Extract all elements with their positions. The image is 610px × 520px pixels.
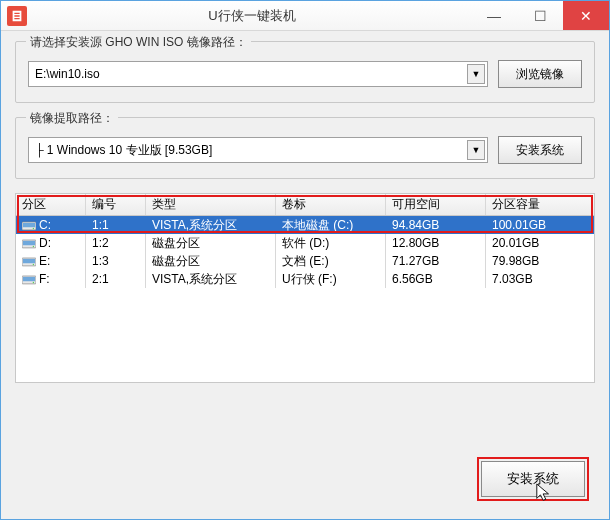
install-system-button-top[interactable]: 安装系统 bbox=[498, 136, 582, 164]
th-label[interactable]: 卷标 bbox=[276, 194, 386, 215]
window-buttons: — ☐ ✕ bbox=[471, 1, 609, 30]
app-icon bbox=[7, 6, 27, 26]
chevron-down-icon[interactable]: ▼ bbox=[467, 64, 485, 84]
window-title: U行侠一键装机 bbox=[33, 7, 471, 25]
source-path-select[interactable]: E:\win10.iso ▼ bbox=[28, 61, 488, 87]
table-row[interactable]: D:1:2磁盘分区软件 (D:)12.80GB20.01GB bbox=[16, 234, 594, 252]
image-edition-value: ├ 1 Windows 10 专业版 [9.53GB] bbox=[35, 142, 212, 159]
th-type[interactable]: 类型 bbox=[146, 194, 276, 215]
svg-rect-7 bbox=[23, 258, 35, 262]
svg-point-2 bbox=[33, 227, 34, 228]
image-edition-select[interactable]: ├ 1 Windows 10 专业版 [9.53GB] ▼ bbox=[28, 137, 488, 163]
extract-group: 镜像提取路径： ├ 1 Windows 10 专业版 [9.53GB] ▼ 安装… bbox=[15, 117, 595, 179]
svg-point-5 bbox=[33, 245, 34, 246]
titlebar: U行侠一键装机 — ☐ ✕ bbox=[1, 1, 609, 31]
svg-point-11 bbox=[33, 281, 34, 282]
drive-icon bbox=[22, 274, 36, 285]
partition-table: 分区 编号 类型 卷标 可用空间 分区容量 C:1:1VISTA,系统分区本地磁… bbox=[15, 193, 595, 383]
drive-icon bbox=[22, 256, 36, 267]
svg-rect-1 bbox=[23, 222, 35, 226]
th-free[interactable]: 可用空间 bbox=[386, 194, 486, 215]
th-partition[interactable]: 分区 bbox=[16, 194, 86, 215]
highlight-border: 安装系统 bbox=[477, 457, 589, 501]
main-window: U行侠一键装机 — ☐ ✕ 请选择安装源 GHO WIN ISO 镜像路径： E… bbox=[0, 0, 610, 520]
content-area: 请选择安装源 GHO WIN ISO 镜像路径： E:\win10.iso ▼ … bbox=[1, 31, 609, 383]
drive-icon bbox=[22, 238, 36, 249]
browse-image-button[interactable]: 浏览镜像 bbox=[498, 60, 582, 88]
svg-point-8 bbox=[33, 263, 34, 264]
table-row[interactable]: E:1:3磁盘分区文档 (E:)71.27GB79.98GB bbox=[16, 252, 594, 270]
chevron-down-icon[interactable]: ▼ bbox=[467, 140, 485, 160]
source-group: 请选择安装源 GHO WIN ISO 镜像路径： E:\win10.iso ▼ … bbox=[15, 41, 595, 103]
th-number[interactable]: 编号 bbox=[86, 194, 146, 215]
table-row[interactable]: F:2:1VISTA,系统分区U行侠 (F:)6.56GB7.03GB bbox=[16, 270, 594, 288]
install-system-button[interactable]: 安装系统 bbox=[481, 461, 585, 497]
extract-group-label: 镜像提取路径： bbox=[26, 110, 118, 127]
close-button[interactable]: ✕ bbox=[563, 1, 609, 30]
drive-icon bbox=[22, 220, 36, 231]
table-header: 分区 编号 类型 卷标 可用空间 分区容量 bbox=[16, 194, 594, 216]
source-group-label: 请选择安装源 GHO WIN ISO 镜像路径： bbox=[26, 34, 251, 51]
footer: 安装系统 bbox=[477, 457, 589, 501]
th-size[interactable]: 分区容量 bbox=[486, 194, 586, 215]
svg-rect-4 bbox=[23, 240, 35, 244]
table-row[interactable]: C:1:1VISTA,系统分区本地磁盘 (C:)94.84GB100.01GB bbox=[16, 216, 594, 234]
table-body: C:1:1VISTA,系统分区本地磁盘 (C:)94.84GB100.01GBD… bbox=[16, 216, 594, 288]
source-path-value: E:\win10.iso bbox=[35, 67, 100, 81]
maximize-button[interactable]: ☐ bbox=[517, 1, 563, 30]
minimize-button[interactable]: — bbox=[471, 1, 517, 30]
svg-rect-10 bbox=[23, 276, 35, 280]
